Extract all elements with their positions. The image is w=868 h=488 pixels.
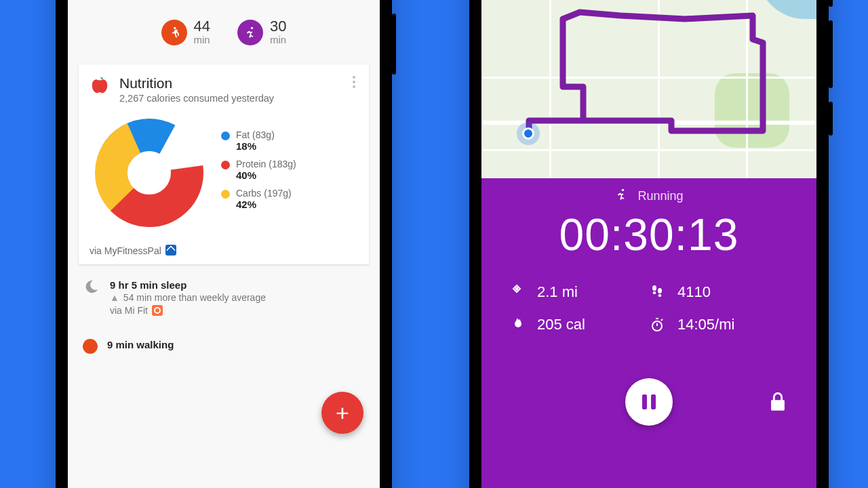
svg-point-7 bbox=[516, 288, 518, 290]
svg-point-5 bbox=[129, 152, 170, 193]
legend-carbs-value: 42% bbox=[236, 199, 292, 210]
legend-protein-label: Protein (183g) bbox=[236, 159, 296, 169]
apple-icon bbox=[90, 75, 110, 98]
phone-side-button bbox=[829, 102, 833, 136]
legend-protein: Protein (183g) 40% bbox=[221, 159, 358, 181]
timeline-sleep[interactable]: 9 hr 5 min sleep ▲ 54 min more than week… bbox=[83, 279, 365, 316]
timeline-walking[interactable]: 9 min walking bbox=[83, 339, 365, 354]
walking-dot-icon bbox=[83, 339, 98, 354]
tracker-header: Running 00:30:13 bbox=[481, 178, 816, 260]
lock-button[interactable] bbox=[766, 390, 789, 413]
sleep-delta: 54 min more than weekly average bbox=[123, 292, 266, 303]
legend-fat: Fat (83g) 18% bbox=[221, 129, 358, 152]
sleep-title: 9 hr 5 min sleep bbox=[110, 279, 266, 291]
lock-icon bbox=[766, 390, 789, 413]
mifit-icon bbox=[152, 305, 163, 316]
run-stats: 2.1 mi 4110 205 cal 14:05/mi bbox=[481, 283, 816, 348]
running-tracker-screen: Running 00:30:13 2.1 mi 4110 205 cal bbox=[481, 0, 816, 488]
current-location-icon bbox=[522, 127, 534, 140]
svg-point-6 bbox=[622, 189, 624, 191]
myfitnesspal-icon bbox=[165, 245, 176, 256]
activity-label: Running bbox=[637, 189, 683, 203]
svg-point-8 bbox=[652, 285, 656, 291]
moon-icon bbox=[83, 279, 100, 298]
running-summary[interactable]: 30 min bbox=[237, 19, 286, 45]
phone-side-button bbox=[392, 14, 396, 75]
nutrition-card[interactable]: Nutrition 2,267 calories consumed yester… bbox=[79, 64, 369, 264]
activity-summary-row: 44 min 30 min bbox=[68, 12, 380, 58]
running-minutes: 30 bbox=[270, 19, 286, 34]
legend-dot-icon bbox=[221, 190, 230, 199]
route-map[interactable] bbox=[481, 0, 816, 178]
distance-stat: 2.1 mi bbox=[509, 283, 649, 301]
running-unit: min bbox=[270, 34, 286, 45]
steps-stat: 4110 bbox=[649, 283, 789, 301]
legend-fat-value: 18% bbox=[236, 140, 275, 152]
legend-carbs-label: Carbs (197g) bbox=[236, 188, 292, 199]
svg-point-9 bbox=[653, 291, 656, 294]
elapsed-timer: 00:30:13 bbox=[481, 209, 816, 260]
calories-stat: 205 cal bbox=[509, 316, 649, 333]
distance-value: 2.1 mi bbox=[537, 283, 578, 301]
legend-carbs: Carbs (197g) 42% bbox=[221, 188, 358, 210]
running-tracker-phone: Running 00:30:13 2.1 mi 4110 205 cal bbox=[469, 0, 829, 488]
activity-timeline: 9 hr 5 min sleep ▲ 54 min more than week… bbox=[68, 270, 380, 354]
route-path bbox=[481, 0, 816, 178]
svg-point-10 bbox=[658, 288, 662, 293]
steps-icon bbox=[649, 284, 665, 300]
stopwatch-icon bbox=[649, 317, 665, 333]
svg-point-0 bbox=[174, 26, 176, 28]
nutrition-title: Nutrition bbox=[119, 75, 274, 92]
card-menu-button[interactable] bbox=[346, 74, 362, 90]
running-icon bbox=[237, 20, 263, 45]
arrow-up-icon: ▲ bbox=[110, 292, 119, 304]
walking-title: 9 min walking bbox=[107, 339, 174, 350]
pace-value: 14:05/mi bbox=[677, 316, 734, 333]
steps-value: 4110 bbox=[677, 283, 711, 301]
pause-button[interactable] bbox=[625, 378, 673, 426]
tracker-controls bbox=[481, 378, 816, 426]
distance-icon bbox=[509, 284, 525, 300]
phone-side-button bbox=[829, 20, 833, 88]
nutrition-via-label: via MyFitnessPal bbox=[90, 245, 161, 256]
legend-dot-icon bbox=[221, 161, 230, 169]
legend-protein-value: 40% bbox=[236, 169, 296, 181]
calories-value: 205 cal bbox=[537, 316, 585, 333]
running-icon bbox=[614, 188, 628, 205]
nutrition-source: via MyFitnessPal bbox=[90, 239, 358, 258]
svg-point-11 bbox=[658, 294, 662, 297]
svg-point-1 bbox=[251, 26, 253, 28]
plus-icon: + bbox=[336, 401, 349, 424]
nutrition-donut-chart bbox=[92, 116, 206, 230]
legend-dot-icon bbox=[221, 131, 230, 140]
flame-icon bbox=[509, 317, 525, 333]
nutrition-subtitle: 2,267 calories consumed yesterday bbox=[119, 93, 274, 104]
walking-summary[interactable]: 44 min bbox=[161, 19, 210, 45]
walking-minutes: 44 bbox=[194, 19, 210, 34]
add-activity-fab[interactable]: + bbox=[321, 392, 363, 434]
pause-icon bbox=[642, 394, 656, 409]
fitness-summary-screen: 44 min 30 min N bbox=[68, 0, 380, 488]
legend-fat-label: Fat (83g) bbox=[236, 129, 275, 140]
sleep-via-label: via Mi Fit bbox=[110, 305, 148, 316]
fitness-summary-phone: 44 min 30 min N bbox=[56, 0, 392, 488]
nutrition-legend: Fat (83g) 18% Protein (183g) 40% bbox=[221, 129, 358, 217]
walking-icon bbox=[161, 20, 187, 45]
phone-side-button bbox=[829, 0, 833, 7]
walking-unit: min bbox=[194, 34, 210, 45]
pace-stat: 14:05/mi bbox=[649, 316, 789, 333]
